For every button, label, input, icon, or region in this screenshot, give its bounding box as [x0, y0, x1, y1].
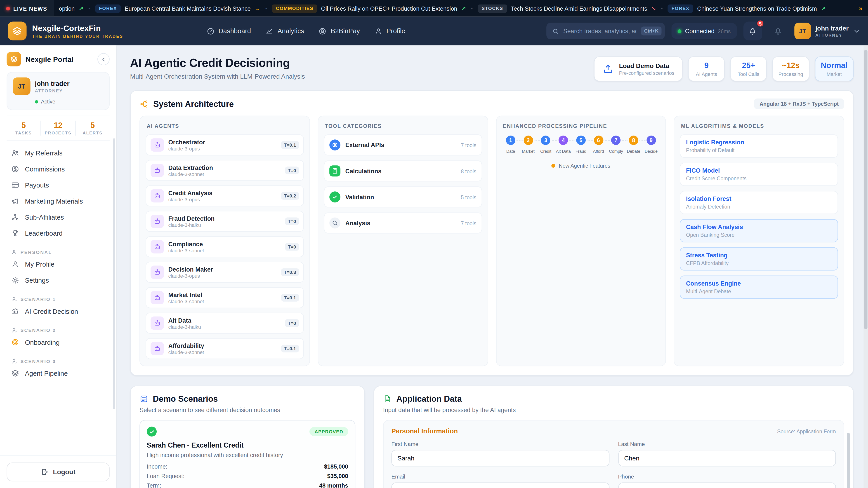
- nav-profile[interactable]: Profile: [374, 27, 405, 35]
- system-architecture-card: System Architecture Angular 18 + RxJS + …: [130, 90, 854, 376]
- ticker-category-badge: FOREX: [668, 4, 693, 12]
- ml-model-fico: FICO ModelCredit Score Components: [680, 163, 838, 186]
- pipeline-step-label: Credit: [540, 149, 551, 154]
- first-name-label: First Name: [391, 441, 609, 447]
- scenario-card-approved[interactable]: APPROVED Sarah Chen - Excellent Credit H…: [140, 420, 355, 488]
- layers-icon: [8, 22, 26, 40]
- nav-analytics[interactable]: Analytics: [266, 27, 304, 35]
- sidebar-item-onboarding[interactable]: Onboarding: [6, 334, 110, 350]
- load-demo-data-button[interactable]: Load Demo Data Pre-configured scenarios: [594, 57, 683, 81]
- sidebar-item-my-profile[interactable]: My Profile: [6, 256, 110, 272]
- pipeline-step-number: 6: [593, 134, 604, 146]
- pipeline-step-label: Decide: [645, 149, 657, 154]
- email-input[interactable]: [391, 483, 609, 488]
- top-nav: Dashboard Analytics B2BinPay Profile: [206, 27, 405, 35]
- agent-item: Data Extraction claude-3-sonnet T=0: [146, 160, 304, 181]
- user-menu[interactable]: JT john trader ATTORNEY: [794, 23, 860, 39]
- agent-name: Decision Maker: [168, 266, 276, 272]
- agent-temperature-badge: T=0.1: [281, 294, 299, 301]
- sidebar-item-payouts[interactable]: Payouts: [6, 177, 110, 193]
- ai-agents-column: AI AGENTS Orchestrator claude-3-opus T=0…: [140, 116, 310, 366]
- column-header: ML ALGORITHMS & MODELS: [681, 123, 838, 129]
- sidebar-item-ai-credit-decision[interactable]: AI Credit Decision: [6, 303, 110, 319]
- first-name-input[interactable]: [391, 450, 609, 466]
- sidebar-collapse-button[interactable]: [97, 53, 110, 65]
- ml-model-logistic-regression: Logistic RegressionProbability of Defaul…: [680, 134, 838, 158]
- column-header: ENHANCED PROCESSING PIPELINE: [503, 123, 660, 129]
- ticker-item[interactable]: FOREX European Central Bank Maintains Do…: [95, 4, 260, 12]
- network-icon: [11, 358, 17, 364]
- trend-up-icon: ↗: [821, 5, 826, 11]
- card-scrollbar[interactable]: [847, 433, 850, 488]
- demo-scenarios-title: Demo Scenarios: [153, 394, 218, 403]
- nav-b2binpay[interactable]: B2BinPay: [318, 27, 360, 35]
- user-icon: [11, 260, 20, 268]
- tool-category-analysis: Analysis 7 tools: [324, 213, 482, 233]
- header-right-cluster: Ctrl+K Connected 26ms 5 JT john trader A…: [547, 22, 860, 40]
- brand-block: Nexgile-CortexFin THE BRAIN BEHIND YOUR …: [32, 24, 123, 38]
- sidebar: Nexgile Portal JT john trader ATTORNEY A…: [0, 45, 117, 488]
- pipeline-step-label: Afford: [593, 149, 604, 154]
- trend-up-icon: ↗: [461, 5, 466, 11]
- agent-item: Fraud Detection claude-3-haiku T=0: [146, 211, 304, 232]
- sidebar-item-leaderboard[interactable]: Leaderboard: [6, 225, 110, 241]
- ticker-separator: •: [88, 5, 90, 11]
- document-icon: [383, 394, 392, 403]
- ticker-next-icon[interactable]: »: [859, 4, 862, 12]
- agent-temperature-badge: T=0.2: [281, 192, 299, 200]
- notifications-button[interactable]: 5: [743, 22, 762, 40]
- agent-model: claude-3-sonnet: [168, 171, 281, 177]
- sidebar-scrollbar[interactable]: [113, 138, 115, 410]
- agent-temperature-badge: T=0.3: [281, 268, 299, 276]
- pipeline-step-label: Market: [522, 149, 535, 154]
- demo-scenarios-card: Demo Scenarios Select a scenario to see …: [130, 386, 365, 488]
- globe-icon: [329, 139, 340, 151]
- page-title: AI Agentic Credit Decisioning: [130, 57, 305, 70]
- robot-icon: [151, 317, 164, 330]
- stat-projects: 12PROJECTS: [41, 121, 75, 135]
- sidebar-item-sub-affiliates[interactable]: Sub-Affiliates: [6, 209, 110, 225]
- ticker-separator: •: [266, 5, 267, 11]
- latency-value: 26ms: [718, 28, 731, 34]
- sidebar-item-my-referrals[interactable]: My Referrals: [6, 145, 110, 161]
- bell-icon: [748, 26, 758, 36]
- target-icon: [11, 338, 20, 346]
- agent-model: claude-3-opus: [168, 273, 276, 279]
- column-header: TOOL CATEGORIES: [325, 123, 482, 129]
- page-scrollbar[interactable]: [864, 45, 868, 488]
- network-icon: [11, 213, 20, 221]
- trend-up-icon: ↗: [79, 5, 84, 11]
- app-header: Nexgile-CortexFin THE BRAIN BEHIND YOUR …: [0, 17, 868, 45]
- app-window: LIVE NEWS option ↗ • FOREX European Cent…: [0, 0, 868, 488]
- sidebar-section-scenario-2: SCENARIO 2: [6, 325, 110, 334]
- megaphone-icon: [11, 197, 20, 205]
- magnifier-icon: [329, 217, 340, 228]
- stat-tasks: 5TASKS: [6, 121, 40, 135]
- nav-dashboard[interactable]: Dashboard: [206, 27, 251, 35]
- agent-temperature-badge: T=0: [285, 319, 299, 327]
- last-name-input[interactable]: [618, 450, 836, 466]
- agent-model: claude-3-haiku: [168, 324, 281, 329]
- legend-dot-icon: [552, 164, 555, 168]
- logout-button[interactable]: Logout: [6, 462, 110, 481]
- sidebar-item-commissions[interactable]: Commissions: [6, 161, 110, 177]
- agent-model: claude-3-haiku: [168, 222, 281, 228]
- ticker-item[interactable]: FOREX Chinese Yuan Strengthens on Trade …: [668, 4, 826, 12]
- pipeline-step-label: Data: [506, 149, 515, 154]
- page-scrollbar-thumb[interactable]: [864, 50, 868, 329]
- robot-icon: [151, 291, 164, 304]
- alerts-button[interactable]: [769, 22, 787, 40]
- sidebar-item-settings[interactable]: Settings: [6, 272, 110, 288]
- agent-item: Orchestrator claude-3-opus T=0.1: [146, 134, 304, 156]
- tool-category-validation: Validation 5 tools: [324, 186, 482, 207]
- agent-item: Decision Maker claude-3-opus T=0.3: [146, 262, 304, 283]
- ticker-item[interactable]: option ↗: [59, 5, 84, 11]
- search-input[interactable]: [563, 28, 637, 34]
- sidebar-item-marketing-materials[interactable]: Marketing Materials: [6, 193, 110, 209]
- ticker-item[interactable]: COMMODITIES Oil Prices Rally on OPEC+ Pr…: [272, 4, 466, 12]
- portal-title: Nexgile Portal: [26, 55, 93, 64]
- sidebar-item-agent-pipeline[interactable]: Agent Pipeline: [6, 365, 110, 381]
- ticker-item[interactable]: STOCKS Tech Stocks Decline Amid Earnings…: [477, 4, 656, 12]
- layers-icon: [6, 52, 21, 66]
- phone-input[interactable]: [618, 483, 836, 488]
